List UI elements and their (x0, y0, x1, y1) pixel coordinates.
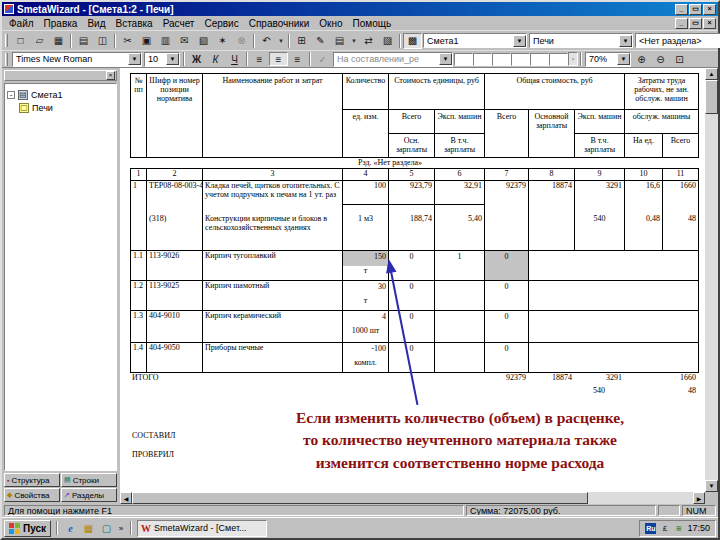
mdi-minimize-icon[interactable]: _ (675, 18, 688, 29)
total-cost-cell[interactable]: 0 (485, 311, 529, 343)
tray-icon[interactable]: £ (659, 523, 670, 534)
align-right-button[interactable]: ≡ (288, 52, 307, 66)
machine-cost-cell[interactable] (435, 281, 485, 311)
horizontal-scrollbar[interactable]: ◀ ▶ (120, 492, 705, 504)
font-size-select[interactable]: 10 ▼ (144, 52, 180, 67)
unit-cost-cell[interactable]: 0 (389, 281, 435, 311)
mdi-close-icon[interactable]: × (703, 18, 716, 29)
copy-button[interactable]: ▣ (137, 33, 156, 49)
estimate-select[interactable]: Смета1 ▼ (423, 33, 527, 48)
coefficient-cell[interactable] (454, 53, 473, 66)
tab-rows[interactable]: ▤ Строки (61, 473, 117, 487)
mail-button[interactable]: ✉ (175, 33, 194, 49)
toolbar-grip[interactable] (5, 34, 8, 47)
scroll-right-icon[interactable]: ▶ (693, 492, 705, 504)
mail-shortcut-icon[interactable]: ▦ (81, 521, 96, 536)
scroll-up-icon[interactable]: ▲ (705, 68, 718, 80)
coefficient-cell[interactable] (530, 53, 549, 66)
quick-launch-more-icon[interactable]: » (117, 521, 125, 536)
scroll-down-icon[interactable]: ▼ (705, 480, 718, 492)
properties-button[interactable]: ▨ (378, 33, 397, 49)
tab-sections[interactable]: ↗ Разделы (61, 488, 117, 502)
font-select[interactable]: Times New Roman ▼ (12, 52, 142, 67)
row-number-cell[interactable]: 1.1 (131, 251, 147, 281)
chevron-down-icon[interactable]: ▼ (617, 53, 630, 65)
empty-cell[interactable] (529, 251, 699, 281)
quantity-cell-selected[interactable]: 150 т (343, 251, 389, 281)
coefficient-cell[interactable] (549, 53, 568, 66)
internet-explorer-icon[interactable]: e (63, 521, 78, 536)
name-cell[interactable]: Кирпич керамический (203, 311, 343, 343)
bold-button[interactable]: Ж (187, 52, 206, 66)
insert-rows-dropdown-icon[interactable]: ▼ (349, 33, 359, 49)
menu-file[interactable]: Файл (4, 18, 39, 29)
name-cell[interactable]: Кладка печей, щитков отопительных. С уче… (203, 181, 343, 251)
undo-button[interactable]: ↶ (257, 33, 276, 49)
unit-cost-cell[interactable]: 0 (389, 251, 435, 281)
menu-window[interactable]: Окно (314, 18, 347, 29)
move-button[interactable]: ⇄ (359, 33, 378, 49)
mdi-restore-icon[interactable]: ▭ (689, 18, 702, 29)
tree-item-sheet[interactable]: ▢ Печи (7, 101, 114, 114)
machine-cost-cell[interactable] (435, 311, 485, 343)
menu-references[interactable]: Справочники (244, 18, 315, 29)
machine-cost-cell[interactable]: 1 (435, 251, 485, 281)
draw-button[interactable]: ✎ (311, 33, 330, 49)
zoom-in-button[interactable]: ⊕ (632, 52, 651, 66)
code-cell[interactable]: 113-9026 (147, 251, 203, 281)
chevron-down-icon[interactable]: ▼ (619, 35, 632, 47)
coefficient-cell[interactable] (473, 53, 492, 66)
total-cost-cell-selected[interactable]: 0 (485, 251, 529, 281)
status-select[interactable]: На составлении_ре ▼ (333, 52, 453, 67)
chevron-down-icon[interactable]: ▼ (513, 35, 526, 47)
menu-view[interactable]: Вид (82, 18, 110, 29)
minimize-icon[interactable]: _ (675, 4, 688, 15)
unit-cost-cell[interactable]: 923,79 188,74 (389, 181, 435, 251)
menu-help[interactable]: Помощь (348, 18, 397, 29)
empty-cell[interactable] (529, 343, 699, 373)
link-button[interactable]: ⊗ (232, 33, 251, 49)
check-button[interactable]: ✓ (313, 52, 332, 66)
total-cost-cell[interactable]: 0 (485, 343, 529, 373)
code-cell[interactable]: ТЕР08-08-003-4 (318) (147, 181, 203, 251)
machine-cost-cell[interactable] (435, 343, 485, 373)
insert-table-button[interactable]: ⊞ (292, 33, 311, 49)
insert-rows-button[interactable]: ▤ (330, 33, 349, 49)
quantity-cell[interactable]: 30 т (343, 281, 389, 311)
taskbar-task-button[interactable]: W SmetaWizard - [Смет... (137, 520, 267, 537)
total-cost-cell[interactable]: 92379 (485, 181, 529, 251)
quantity-cell[interactable]: 100 1 м3 (343, 181, 389, 251)
sheet-select[interactable]: Печи ▼ (529, 33, 633, 48)
underline-button[interactable]: Ч (225, 52, 244, 66)
machine-cost-cell[interactable]: 32,91 5,40 (435, 181, 485, 251)
print-button[interactable]: ▤ (74, 33, 93, 49)
vertical-scrollbar[interactable]: ▲ ▼ (705, 68, 718, 492)
tree-item-estimate[interactable]: - ▤ Смета1 (7, 88, 114, 101)
cut-button[interactable]: ✂ (118, 33, 137, 49)
menu-insert[interactable]: Вставка (110, 18, 157, 29)
code-cell[interactable]: 404-9050 (147, 343, 203, 373)
empty-cell[interactable] (529, 281, 699, 311)
row-number-cell[interactable]: 1.3 (131, 311, 147, 343)
quantity-cell[interactable]: -100 компл. (343, 343, 389, 373)
paste-button[interactable]: ▥ (156, 33, 175, 49)
labor-per-unit-cell[interactable]: 16,6 0,48 (625, 181, 663, 251)
show-desktop-icon[interactable]: ▢ (99, 521, 114, 536)
close-icon[interactable]: × (703, 4, 716, 15)
scroll-left-icon[interactable]: ◀ (120, 492, 132, 504)
zoom-select[interactable]: 70% ▼ (585, 52, 631, 67)
menu-service[interactable]: Сервис (199, 18, 243, 29)
tab-structure[interactable]: ▪ Структура (4, 473, 60, 487)
tray-icon[interactable]: ≋ (673, 523, 684, 534)
tree-collapse-icon[interactable]: - (7, 91, 15, 99)
horizontal-scroll-thumb[interactable] (132, 492, 588, 504)
italic-button[interactable]: К (206, 52, 225, 66)
maximize-icon[interactable]: ▭ (689, 4, 702, 15)
code-cell[interactable]: 404-9010 (147, 311, 203, 343)
base-wage-cell[interactable]: 18874 (529, 181, 575, 251)
sheet-button[interactable]: ▧ (194, 33, 213, 49)
tab-properties[interactable]: ◆ Свойства (4, 488, 60, 502)
chevron-down-icon[interactable]: ▼ (166, 53, 179, 65)
unit-cost-cell[interactable]: 0 (389, 311, 435, 343)
align-center-button[interactable]: ≡ (269, 52, 288, 66)
